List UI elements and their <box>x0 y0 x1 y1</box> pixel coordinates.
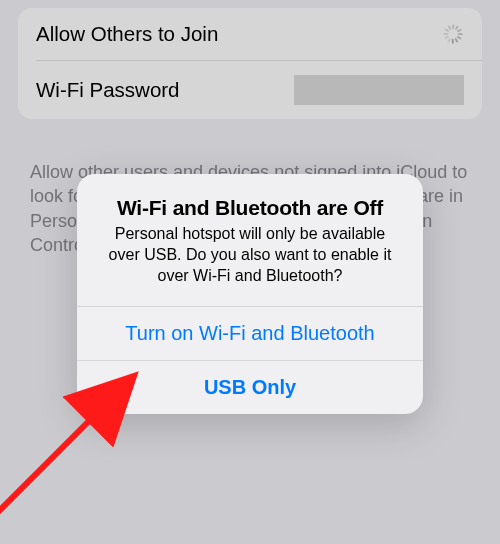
alert-title: Wi-Fi and Bluetooth are Off <box>99 196 401 220</box>
turn-on-wifi-bluetooth-button[interactable]: Turn on Wi-Fi and Bluetooth <box>77 306 423 360</box>
usb-only-button[interactable]: USB Only <box>77 360 423 414</box>
alert-header: Wi-Fi and Bluetooth are Off Personal hot… <box>77 174 423 306</box>
alert-dialog: Wi-Fi and Bluetooth are Off Personal hot… <box>77 174 423 414</box>
alert-message: Personal hotspot will only be available … <box>99 224 401 286</box>
